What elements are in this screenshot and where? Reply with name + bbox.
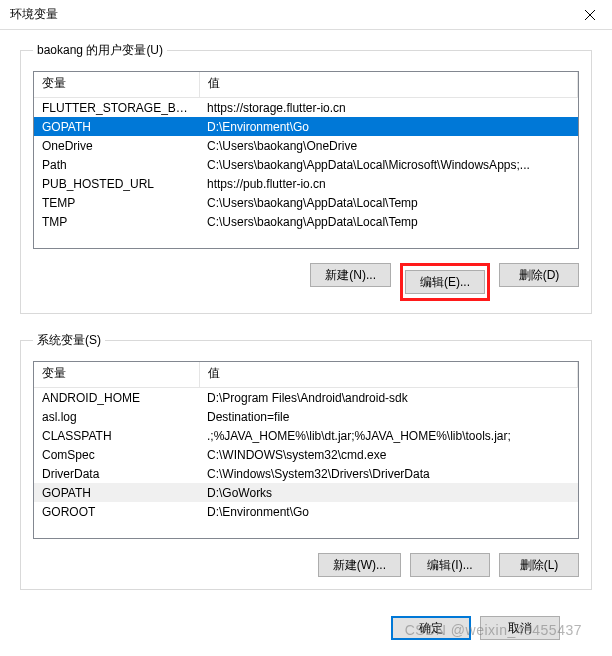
var-name-cell: ComSpec bbox=[34, 445, 199, 464]
system-edit-button[interactable]: 编辑(I)... bbox=[410, 553, 490, 577]
cancel-button[interactable]: 取消 bbox=[480, 616, 560, 640]
table-row[interactable]: TEMPC:\Users\baokang\AppData\Local\Temp bbox=[34, 193, 578, 212]
var-name-cell: OneDrive bbox=[34, 136, 199, 155]
ok-button[interactable]: 确定 bbox=[391, 616, 471, 640]
var-value-cell: D:\Environment\Go bbox=[199, 117, 578, 136]
var-name-cell: ANDROID_HOME bbox=[34, 388, 199, 408]
table-row[interactable]: TMPC:\Users\baokang\AppData\Local\Temp bbox=[34, 212, 578, 231]
table-row[interactable]: PUB_HOSTED_URLhttps://pub.flutter-io.cn bbox=[34, 174, 578, 193]
close-icon bbox=[585, 10, 595, 20]
var-name-cell: asl.log bbox=[34, 407, 199, 426]
table-row[interactable]: GOPATHD:\Environment\Go bbox=[34, 117, 578, 136]
user-variables-table[interactable]: 变量 值 FLUTTER_STORAGE_BASE_...https://sto… bbox=[33, 71, 579, 249]
table-row[interactable]: ComSpecC:\WINDOWS\system32\cmd.exe bbox=[34, 445, 578, 464]
var-value-cell: C:\Windows\System32\Drivers\DriverData bbox=[199, 464, 578, 483]
table-row[interactable]: GOPATHD:\GoWorks bbox=[34, 483, 578, 502]
sys-col-name[interactable]: 变量 bbox=[34, 362, 199, 388]
var-name-cell: GOPATH bbox=[34, 117, 199, 136]
var-name-cell: FLUTTER_STORAGE_BASE_... bbox=[34, 98, 199, 118]
user-new-button[interactable]: 新建(N)... bbox=[310, 263, 391, 287]
table-row[interactable]: GOROOTD:\Environment\Go bbox=[34, 502, 578, 521]
user-variables-legend: baokang 的用户变量(U) bbox=[33, 42, 167, 59]
var-value-cell: C:\Users\baokang\AppData\Local\Temp bbox=[199, 193, 578, 212]
var-name-cell: GOROOT bbox=[34, 502, 199, 521]
dialog-button-row: 确定 取消 bbox=[20, 608, 592, 640]
table-row[interactable]: asl.logDestination=file bbox=[34, 407, 578, 426]
table-row[interactable]: CLASSPATH.;%JAVA_HOME%\lib\dt.jar;%JAVA_… bbox=[34, 426, 578, 445]
table-row[interactable]: OneDriveC:\Users\baokang\OneDrive bbox=[34, 136, 578, 155]
var-name-cell: CLASSPATH bbox=[34, 426, 199, 445]
var-value-cell: D:\Program Files\Android\android-sdk bbox=[199, 388, 578, 408]
var-name-cell: Path bbox=[34, 155, 199, 174]
var-name-cell: DriverData bbox=[34, 464, 199, 483]
titlebar: 环境变量 bbox=[0, 0, 612, 30]
table-row[interactable]: PathC:\Users\baokang\AppData\Local\Micro… bbox=[34, 155, 578, 174]
user-delete-button[interactable]: 删除(D) bbox=[499, 263, 579, 287]
system-variables-legend: 系统变量(S) bbox=[33, 332, 105, 349]
user-col-name[interactable]: 变量 bbox=[34, 72, 199, 98]
table-row[interactable]: DriverDataC:\Windows\System32\Drivers\Dr… bbox=[34, 464, 578, 483]
var-value-cell: C:\Users\baokang\AppData\Local\Microsoft… bbox=[199, 155, 578, 174]
user-edit-button[interactable]: 编辑(E)... bbox=[405, 270, 485, 294]
var-value-cell: https://pub.flutter-io.cn bbox=[199, 174, 578, 193]
system-variables-group: 系统变量(S) 变量 值 ANDROID_HOMED:\Program File… bbox=[20, 332, 592, 590]
user-col-value[interactable]: 值 bbox=[199, 72, 578, 98]
var-value-cell: D:\Environment\Go bbox=[199, 502, 578, 521]
var-name-cell: GOPATH bbox=[34, 483, 199, 502]
var-value-cell: https://storage.flutter-io.cn bbox=[199, 98, 578, 118]
var-name-cell: TMP bbox=[34, 212, 199, 231]
window-title: 环境变量 bbox=[10, 6, 58, 23]
var-value-cell: C:\Users\baokang\AppData\Local\Temp bbox=[199, 212, 578, 231]
system-delete-button[interactable]: 删除(L) bbox=[499, 553, 579, 577]
sys-col-value[interactable]: 值 bbox=[199, 362, 578, 388]
system-variables-table[interactable]: 变量 值 ANDROID_HOMED:\Program Files\Androi… bbox=[33, 361, 579, 539]
table-row[interactable]: ANDROID_HOMED:\Program Files\Android\and… bbox=[34, 388, 578, 408]
var-value-cell: C:\Users\baokang\OneDrive bbox=[199, 136, 578, 155]
var-value-cell: C:\WINDOWS\system32\cmd.exe bbox=[199, 445, 578, 464]
table-row[interactable]: FLUTTER_STORAGE_BASE_...https://storage.… bbox=[34, 98, 578, 118]
var-value-cell: .;%JAVA_HOME%\lib\dt.jar;%JAVA_HOME%\lib… bbox=[199, 426, 578, 445]
close-button[interactable] bbox=[567, 0, 612, 30]
var-name-cell: TEMP bbox=[34, 193, 199, 212]
edit-highlight-box: 编辑(E)... bbox=[400, 263, 490, 301]
system-new-button[interactable]: 新建(W)... bbox=[318, 553, 401, 577]
var-value-cell: Destination=file bbox=[199, 407, 578, 426]
user-variables-group: baokang 的用户变量(U) 变量 值 FLUTTER_STORAGE_BA… bbox=[20, 42, 592, 314]
var-name-cell: PUB_HOSTED_URL bbox=[34, 174, 199, 193]
var-value-cell: D:\GoWorks bbox=[199, 483, 578, 502]
